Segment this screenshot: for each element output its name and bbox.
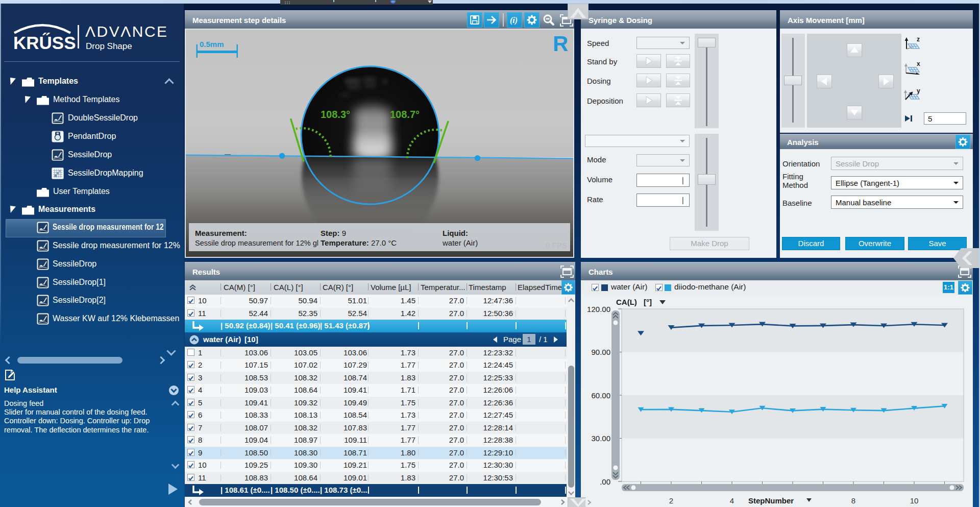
svg-text:120.00: 120.00 — [587, 305, 610, 313]
svg-text:.00: .00 — [600, 477, 610, 486]
svg-text:R: R — [553, 32, 568, 56]
svg-text:Step: 9: Step: 9 — [321, 229, 346, 237]
svg-text:Temperature: 27.0 °C: Temperature: 27.0 °C — [321, 238, 397, 247]
svg-text:90.00: 90.00 — [591, 348, 610, 356]
svg-text:Sessile drop measurement for 1: Sessile drop measurement for 12% gl — [195, 238, 318, 247]
svg-text:Liquid:: Liquid: — [443, 229, 468, 237]
svg-text:(i): (i) — [510, 16, 518, 25]
svg-text:Measurement:: Measurement: — [195, 229, 247, 237]
svg-text:8: 8 — [851, 496, 855, 505]
svg-text:2: 2 — [669, 496, 673, 505]
svg-text:StepNumber: StepNumber — [748, 496, 794, 505]
svg-text:z: z — [917, 37, 920, 43]
svg-text:CA(L): CA(L) — [616, 298, 637, 306]
svg-text:KRŰSS: KRŰSS — [13, 33, 76, 51]
svg-text:[°]: [°] — [644, 298, 652, 306]
svg-text:y: y — [917, 87, 920, 94]
svg-text:10: 10 — [910, 496, 919, 505]
svg-text:108.3°: 108.3° — [321, 109, 350, 120]
svg-text:60.00: 60.00 — [591, 391, 610, 400]
svg-text:0.5mm: 0.5mm — [200, 40, 224, 49]
svg-text:0 FPS: 0 FPS — [546, 241, 567, 250]
svg-text:108.7°: 108.7° — [390, 109, 420, 120]
svg-text:x: x — [917, 61, 920, 67]
svg-text:4: 4 — [730, 496, 734, 505]
svg-text:30.00: 30.00 — [591, 434, 610, 443]
svg-text:water (Air): water (Air) — [442, 238, 478, 247]
